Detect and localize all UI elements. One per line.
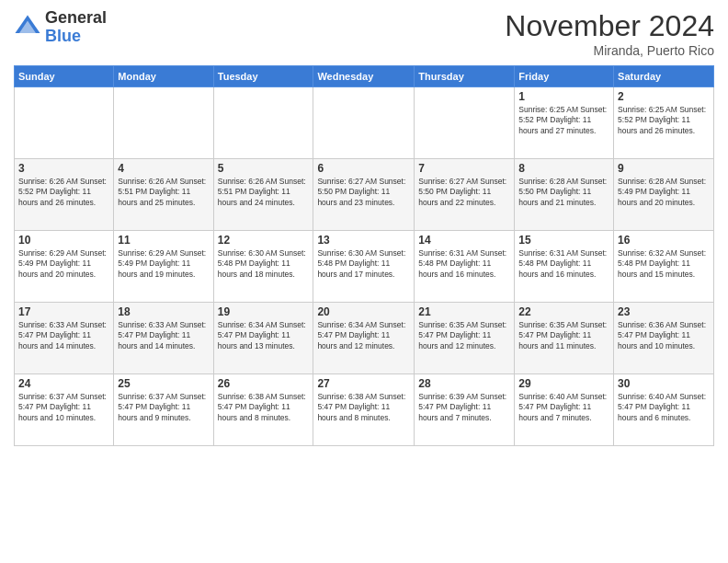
calendar-header-row: SundayMondayTuesdayWednesdayThursdayFrid… bbox=[15, 66, 714, 87]
day-info: Sunrise: 6:40 AM Sunset: 5:47 PM Dayligh… bbox=[618, 392, 710, 423]
calendar-cell: 15Sunrise: 6:31 AM Sunset: 5:48 PM Dayli… bbox=[515, 231, 614, 303]
day-info: Sunrise: 6:26 AM Sunset: 5:51 PM Dayligh… bbox=[118, 177, 209, 208]
day-info: Sunrise: 6:28 AM Sunset: 5:50 PM Dayligh… bbox=[518, 177, 609, 208]
calendar-cell: 28Sunrise: 6:39 AM Sunset: 5:47 PM Dayli… bbox=[415, 374, 515, 446]
logo: General Blue bbox=[14, 9, 107, 46]
calendar-header-saturday: Saturday bbox=[614, 66, 714, 87]
calendar-cell: 4Sunrise: 6:26 AM Sunset: 5:51 PM Daylig… bbox=[114, 159, 213, 231]
calendar-cell bbox=[313, 87, 415, 159]
day-info: Sunrise: 6:33 AM Sunset: 5:47 PM Dayligh… bbox=[18, 320, 109, 351]
logo-general-text: General bbox=[45, 9, 107, 28]
location: Miranda, Puerto Rico bbox=[505, 43, 714, 58]
calendar-cell: 17Sunrise: 6:33 AM Sunset: 5:47 PM Dayli… bbox=[15, 303, 114, 374]
calendar-week-row: 24Sunrise: 6:37 AM Sunset: 5:47 PM Dayli… bbox=[15, 374, 714, 446]
calendar-cell: 20Sunrise: 6:34 AM Sunset: 5:47 PM Dayli… bbox=[313, 303, 415, 374]
day-info: Sunrise: 6:26 AM Sunset: 5:52 PM Dayligh… bbox=[18, 177, 109, 208]
day-info: Sunrise: 6:36 AM Sunset: 5:47 PM Dayligh… bbox=[618, 320, 710, 351]
calendar-cell: 3Sunrise: 6:26 AM Sunset: 5:52 PM Daylig… bbox=[15, 159, 114, 231]
calendar-header-tuesday: Tuesday bbox=[213, 66, 313, 87]
day-number: 19 bbox=[218, 305, 310, 318]
day-info: Sunrise: 6:35 AM Sunset: 5:47 PM Dayligh… bbox=[518, 320, 609, 351]
calendar-cell: 10Sunrise: 6:29 AM Sunset: 5:49 PM Dayli… bbox=[15, 231, 114, 303]
day-number: 8 bbox=[518, 162, 609, 175]
day-number: 3 bbox=[18, 162, 109, 175]
day-number: 21 bbox=[418, 305, 510, 318]
day-info: Sunrise: 6:37 AM Sunset: 5:47 PM Dayligh… bbox=[18, 392, 109, 423]
day-number: 2 bbox=[618, 90, 710, 103]
day-info: Sunrise: 6:31 AM Sunset: 5:48 PM Dayligh… bbox=[518, 248, 609, 280]
calendar-cell bbox=[15, 87, 114, 159]
day-number: 9 bbox=[618, 162, 710, 175]
calendar-cell: 7Sunrise: 6:27 AM Sunset: 5:50 PM Daylig… bbox=[415, 159, 515, 231]
day-info: Sunrise: 6:27 AM Sunset: 5:50 PM Dayligh… bbox=[418, 177, 510, 208]
calendar-cell: 18Sunrise: 6:33 AM Sunset: 5:47 PM Dayli… bbox=[114, 303, 213, 374]
calendar-cell: 8Sunrise: 6:28 AM Sunset: 5:50 PM Daylig… bbox=[515, 159, 614, 231]
calendar-cell: 23Sunrise: 6:36 AM Sunset: 5:47 PM Dayli… bbox=[614, 303, 714, 374]
day-number: 18 bbox=[118, 305, 209, 318]
calendar-cell: 11Sunrise: 6:29 AM Sunset: 5:49 PM Dayli… bbox=[114, 231, 213, 303]
header: General Blue November 2024 Miranda, Puer… bbox=[14, 9, 714, 58]
day-info: Sunrise: 6:31 AM Sunset: 5:48 PM Dayligh… bbox=[418, 248, 510, 280]
day-info: Sunrise: 6:32 AM Sunset: 5:48 PM Dayligh… bbox=[618, 248, 710, 280]
day-info: Sunrise: 6:25 AM Sunset: 5:52 PM Dayligh… bbox=[518, 105, 609, 136]
logo-blue-text: Blue bbox=[45, 28, 107, 46]
calendar-cell: 21Sunrise: 6:35 AM Sunset: 5:47 PM Dayli… bbox=[415, 303, 515, 374]
day-number: 14 bbox=[418, 234, 510, 247]
day-number: 5 bbox=[218, 162, 310, 175]
day-info: Sunrise: 6:29 AM Sunset: 5:49 PM Dayligh… bbox=[118, 248, 209, 280]
calendar-cell: 30Sunrise: 6:40 AM Sunset: 5:47 PM Dayli… bbox=[614, 374, 714, 446]
calendar-header-monday: Monday bbox=[114, 66, 213, 87]
calendar-cell bbox=[213, 87, 313, 159]
calendar-cell: 5Sunrise: 6:26 AM Sunset: 5:51 PM Daylig… bbox=[213, 159, 313, 231]
calendar-cell: 12Sunrise: 6:30 AM Sunset: 5:48 PM Dayli… bbox=[213, 231, 313, 303]
day-number: 10 bbox=[18, 234, 109, 247]
day-number: 22 bbox=[518, 305, 609, 318]
calendar-cell: 2Sunrise: 6:25 AM Sunset: 5:52 PM Daylig… bbox=[614, 87, 714, 159]
day-number: 16 bbox=[618, 234, 710, 247]
page-container: General Blue November 2024 Miranda, Puer… bbox=[0, 0, 728, 563]
day-info: Sunrise: 6:39 AM Sunset: 5:47 PM Dayligh… bbox=[418, 392, 510, 423]
day-number: 20 bbox=[317, 305, 410, 318]
day-info: Sunrise: 6:27 AM Sunset: 5:50 PM Dayligh… bbox=[317, 177, 410, 208]
calendar-header-wednesday: Wednesday bbox=[313, 66, 415, 87]
calendar-cell: 13Sunrise: 6:30 AM Sunset: 5:48 PM Dayli… bbox=[313, 231, 415, 303]
calendar-week-row: 10Sunrise: 6:29 AM Sunset: 5:49 PM Dayli… bbox=[15, 231, 714, 303]
day-info: Sunrise: 6:38 AM Sunset: 5:47 PM Dayligh… bbox=[218, 392, 310, 423]
calendar-cell: 16Sunrise: 6:32 AM Sunset: 5:48 PM Dayli… bbox=[614, 231, 714, 303]
calendar-cell bbox=[415, 87, 515, 159]
day-number: 29 bbox=[518, 377, 609, 390]
calendar-header-thursday: Thursday bbox=[415, 66, 515, 87]
calendar-header-friday: Friday bbox=[515, 66, 614, 87]
logo-icon bbox=[14, 14, 41, 41]
day-number: 17 bbox=[18, 305, 109, 318]
calendar-cell: 24Sunrise: 6:37 AM Sunset: 5:47 PM Dayli… bbox=[15, 374, 114, 446]
title-section: November 2024 Miranda, Puerto Rico bbox=[505, 9, 714, 58]
day-info: Sunrise: 6:40 AM Sunset: 5:47 PM Dayligh… bbox=[518, 392, 609, 423]
calendar-cell bbox=[114, 87, 213, 159]
day-info: Sunrise: 6:38 AM Sunset: 5:47 PM Dayligh… bbox=[317, 392, 410, 423]
day-number: 12 bbox=[218, 234, 310, 247]
day-number: 13 bbox=[317, 234, 410, 247]
calendar-cell: 9Sunrise: 6:28 AM Sunset: 5:49 PM Daylig… bbox=[614, 159, 714, 231]
calendar-cell: 14Sunrise: 6:31 AM Sunset: 5:48 PM Dayli… bbox=[415, 231, 515, 303]
day-number: 27 bbox=[317, 377, 410, 390]
calendar-week-row: 1Sunrise: 6:25 AM Sunset: 5:52 PM Daylig… bbox=[15, 87, 714, 159]
day-number: 30 bbox=[618, 377, 710, 390]
logo-text: General Blue bbox=[45, 9, 107, 46]
calendar-cell: 26Sunrise: 6:38 AM Sunset: 5:47 PM Dayli… bbox=[213, 374, 313, 446]
day-number: 15 bbox=[518, 234, 609, 247]
day-number: 26 bbox=[218, 377, 310, 390]
day-number: 11 bbox=[118, 234, 209, 247]
day-info: Sunrise: 6:25 AM Sunset: 5:52 PM Dayligh… bbox=[618, 105, 710, 136]
day-number: 7 bbox=[418, 162, 510, 175]
day-info: Sunrise: 6:30 AM Sunset: 5:48 PM Dayligh… bbox=[218, 248, 310, 280]
calendar-header-sunday: Sunday bbox=[15, 66, 114, 87]
day-number: 6 bbox=[317, 162, 410, 175]
day-info: Sunrise: 6:30 AM Sunset: 5:48 PM Dayligh… bbox=[317, 248, 410, 280]
calendar-week-row: 17Sunrise: 6:33 AM Sunset: 5:47 PM Dayli… bbox=[15, 303, 714, 374]
day-info: Sunrise: 6:34 AM Sunset: 5:47 PM Dayligh… bbox=[218, 320, 310, 351]
day-info: Sunrise: 6:26 AM Sunset: 5:51 PM Dayligh… bbox=[218, 177, 310, 208]
calendar-cell: 25Sunrise: 6:37 AM Sunset: 5:47 PM Dayli… bbox=[114, 374, 213, 446]
calendar-cell: 19Sunrise: 6:34 AM Sunset: 5:47 PM Dayli… bbox=[213, 303, 313, 374]
calendar-cell: 22Sunrise: 6:35 AM Sunset: 5:47 PM Dayli… bbox=[515, 303, 614, 374]
